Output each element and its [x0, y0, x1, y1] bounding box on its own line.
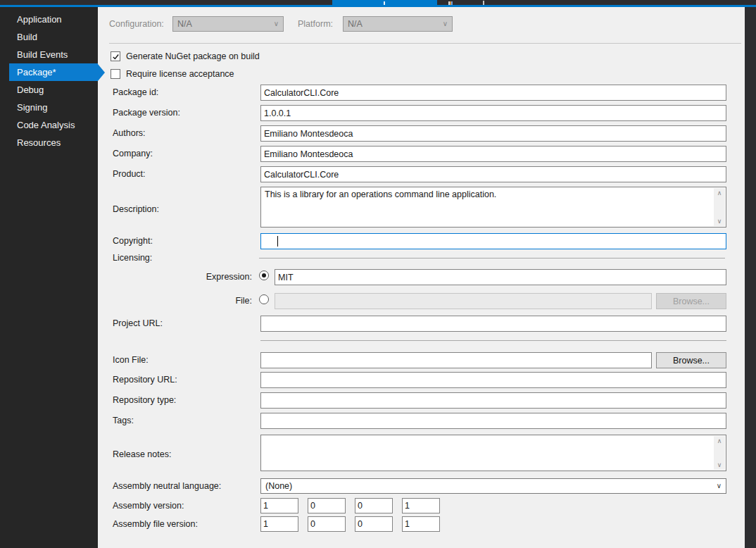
checkbox-label: Require license acceptance	[126, 69, 234, 79]
configuration-select: N/A ∨	[172, 16, 284, 32]
tags-label: Tags:	[113, 416, 134, 425]
sidebar-item-application[interactable]: Application	[0, 11, 98, 28]
chevron-down-icon: ∨	[443, 20, 448, 27]
authors-label: Authors:	[113, 128, 146, 138]
package-version-label: Package version:	[113, 108, 180, 118]
neutral-language-select[interactable]: (None) ∨	[260, 478, 726, 494]
checkmark-icon	[112, 53, 120, 61]
description-label: Description:	[113, 204, 159, 214]
tags-input[interactable]	[260, 413, 726, 429]
expression-label: Expression:	[140, 272, 252, 282]
licensing-label: Licensing:	[113, 253, 152, 263]
require-license-checkbox-row[interactable]: Require license acceptance	[111, 69, 234, 79]
require-license-checkbox[interactable]	[111, 69, 120, 79]
package-version-input[interactable]	[260, 105, 726, 121]
neutral-language-label: Assembly neutral language:	[113, 481, 221, 491]
icon-file-browse-button[interactable]: Browse...	[656, 352, 726, 368]
scrollbar[interactable]: ∧ ∨	[714, 436, 725, 470]
generate-nuget-checkbox[interactable]	[111, 51, 120, 61]
company-label: Company:	[113, 149, 153, 158]
scroll-down-icon[interactable]: ∨	[714, 461, 725, 468]
sidebar-item-package[interactable]: Package*	[9, 63, 98, 81]
assembly-file-version-minor-input[interactable]	[308, 516, 346, 532]
right-dark-strip	[745, 7, 756, 548]
platform-label: Platform:	[298, 19, 333, 29]
project-url-label: Project URL:	[113, 318, 163, 328]
copyright-input[interactable]	[260, 233, 726, 249]
toolbar-divider	[109, 43, 741, 44]
company-input[interactable]	[260, 146, 726, 162]
package-properties-panel: Configuration: N/A ∨ Platform: N/A ∨ Gen…	[98, 7, 745, 548]
license-file-browse-button: Browse...	[656, 293, 726, 309]
properties-nav-sidebar: Application Build Build Events Package* …	[0, 7, 98, 548]
scroll-up-icon[interactable]: ∧	[714, 189, 725, 197]
assembly-version-major-input[interactable]	[260, 498, 298, 513]
file-label: File:	[140, 296, 252, 306]
neutral-language-value: (None)	[265, 481, 292, 491]
product-label: Product:	[113, 169, 146, 179]
assembly-version-revision-input[interactable]	[402, 498, 440, 513]
assembly-file-version-build-input[interactable]	[355, 516, 393, 532]
package-id-label: Package id:	[113, 87, 158, 97]
assembly-version-build-input[interactable]	[355, 498, 393, 513]
project-properties-page: Application Build Build Events Package* …	[0, 0, 756, 548]
licensing-divider	[259, 258, 725, 259]
release-notes-textarea[interactable]: ∧ ∨	[260, 435, 726, 471]
package-id-input[interactable]	[260, 85, 726, 101]
authors-input[interactable]	[260, 125, 726, 142]
expression-radio[interactable]	[259, 270, 269, 280]
platform-value: N/A	[348, 19, 363, 29]
assembly-file-version-revision-input[interactable]	[402, 516, 440, 532]
sidebar-item-signing[interactable]: Signing	[0, 99, 98, 116]
scrollbar[interactable]: ∧ ∨	[714, 188, 725, 226]
copyright-label: Copyright:	[113, 236, 153, 246]
platform-select: N/A ∨	[343, 16, 453, 32]
repository-url-label: Repository URL:	[113, 375, 177, 385]
configuration-label: Configuration:	[109, 19, 164, 29]
generate-nuget-checkbox-row[interactable]: Generate NuGet package on build	[111, 51, 260, 61]
configuration-value: N/A	[177, 19, 192, 29]
icon-file-label: Icon File:	[113, 355, 149, 365]
scroll-up-icon[interactable]: ∧	[714, 437, 725, 444]
sidebar-item-build-events[interactable]: Build Events	[0, 46, 98, 63]
repository-url-input[interactable]	[260, 372, 726, 388]
sidebar-item-debug[interactable]: Debug	[0, 81, 98, 99]
scroll-down-icon[interactable]: ∨	[714, 218, 725, 225]
repository-type-input[interactable]	[260, 392, 726, 409]
chevron-down-icon: ∨	[717, 482, 722, 490]
project-url-input[interactable]	[260, 316, 726, 332]
icon-file-input[interactable]	[260, 352, 652, 368]
document-tab-strip[interactable]	[0, 0, 756, 7]
release-notes-label: Release notes:	[113, 449, 171, 459]
license-file-input	[275, 293, 652, 309]
description-textarea[interactable]: This is a library for an operations comm…	[260, 187, 726, 228]
chevron-down-icon: ∨	[274, 20, 279, 27]
sidebar-item-resources[interactable]: Resources	[0, 134, 98, 151]
text-caret	[277, 236, 278, 247]
assembly-version-label: Assembly version:	[113, 501, 184, 511]
description-text: This is a library for an operations comm…	[265, 189, 710, 199]
file-radio[interactable]	[259, 294, 269, 304]
sidebar-item-build[interactable]: Build	[0, 28, 98, 46]
checkbox-label: Generate NuGet package on build	[126, 51, 260, 61]
assembly-version-minor-input[interactable]	[308, 498, 346, 513]
product-input[interactable]	[260, 166, 726, 182]
sidebar-item-code-analysis[interactable]: Code Analysis	[0, 116, 98, 134]
assembly-file-version-major-input[interactable]	[260, 516, 298, 532]
license-expression-input[interactable]	[275, 269, 726, 285]
assembly-file-version-label: Assembly file version:	[113, 519, 198, 529]
repository-type-label: Repository type:	[113, 395, 176, 405]
group-divider	[260, 340, 726, 341]
